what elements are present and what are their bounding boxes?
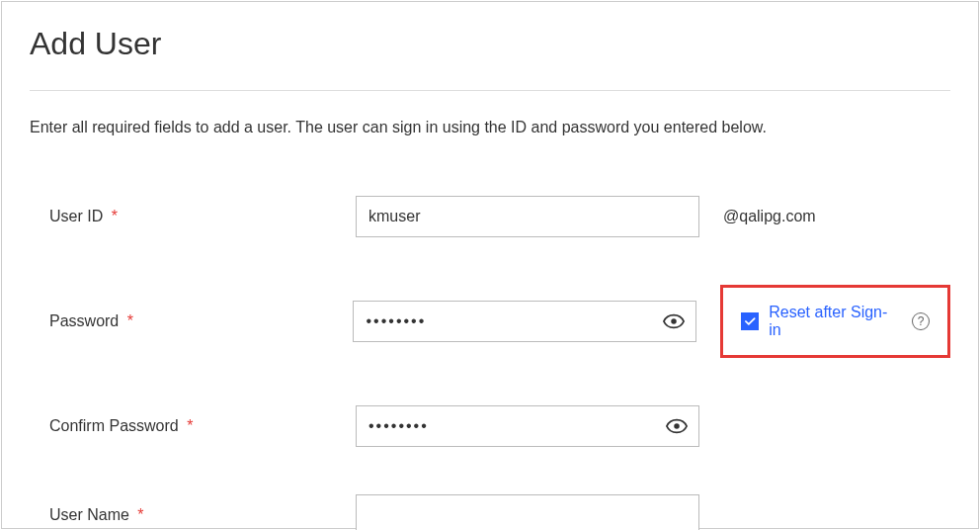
reset-after-signin-highlight: Reset after Sign-in ? — [720, 285, 950, 358]
user-name-row: User Name * — [30, 494, 950, 530]
user-name-label: User Name * — [30, 506, 356, 524]
user-name-label-text: User Name — [49, 506, 129, 523]
divider — [30, 90, 950, 91]
eye-icon[interactable] — [663, 310, 685, 332]
user-id-label-text: User ID — [49, 208, 103, 224]
user-id-input[interactable] — [356, 196, 699, 237]
svg-point-0 — [672, 318, 678, 324]
user-id-label: User ID * — [30, 208, 356, 225]
password-label-text: Password — [49, 312, 119, 329]
reset-after-signin-label: Reset after Sign-in — [769, 304, 898, 339]
eye-icon[interactable] — [666, 415, 688, 437]
reset-after-signin-checkbox[interactable] — [741, 312, 759, 330]
required-asterisk: * — [137, 506, 143, 523]
password-row: Password * Reset after Sign-in ? — [30, 285, 950, 358]
page-title: Add User — [30, 26, 950, 62]
password-label: Password * — [30, 312, 353, 330]
confirm-password-label: Confirm Password * — [30, 417, 356, 435]
user-name-input[interactable] — [356, 494, 699, 530]
required-asterisk: * — [112, 208, 118, 224]
password-input[interactable] — [353, 301, 696, 342]
page-description: Enter all required fields to add a user.… — [30, 119, 950, 136]
svg-point-1 — [674, 423, 680, 429]
required-asterisk: * — [127, 312, 133, 329]
confirm-password-row: Confirm Password * — [30, 405, 950, 447]
required-asterisk: * — [187, 417, 193, 434]
user-id-row: User ID * @qalipg.com — [30, 196, 950, 237]
user-id-domain: @qalipg.com — [723, 208, 816, 225]
help-icon[interactable]: ? — [912, 312, 930, 330]
confirm-password-label-text: Confirm Password — [49, 417, 179, 434]
confirm-password-input[interactable] — [356, 405, 699, 447]
